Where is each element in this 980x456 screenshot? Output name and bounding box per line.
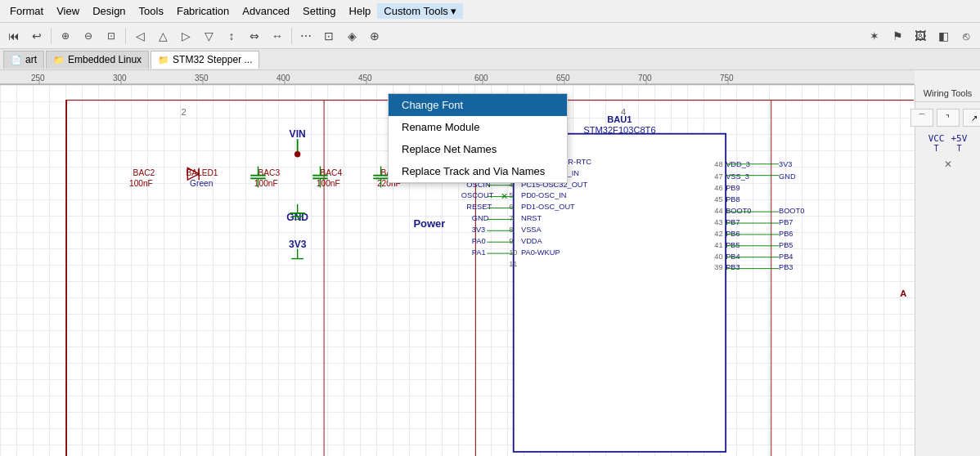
svg-text:BOOT0: BOOT0 <box>726 207 751 215</box>
menu-design[interactable]: Design <box>86 3 132 19</box>
toolbar-btn-star[interactable]: ✶ <box>864 25 885 47</box>
wiring-tool-1[interactable]: ⌒ <box>910 109 933 127</box>
ruler-horizontal: 250 300 350 400 450 600 650 700 750 <box>0 70 915 85</box>
svg-text:41: 41 <box>714 241 722 249</box>
menu-item-replace-track-via[interactable]: Replace Track and Via Names <box>389 160 567 182</box>
svg-text:47: 47 <box>714 172 722 181</box>
svg-text:VSSA: VSSA <box>521 226 542 234</box>
svg-text:PB8: PB8 <box>726 195 739 203</box>
svg-text:750: 750 <box>720 74 734 83</box>
svg-text:PB7: PB7 <box>779 218 793 226</box>
svg-text:40: 40 <box>714 253 722 261</box>
toolbar-btn-b4[interactable]: ▽ <box>198 25 219 47</box>
svg-text:BAC2: BAC2 <box>133 168 155 177</box>
menu-item-replace-net-names[interactable]: Replace Net Names <box>389 138 567 160</box>
toolbar-btn-b8[interactable]: ⋯ <box>295 25 317 47</box>
svg-text:BOOT0: BOOT0 <box>779 207 804 215</box>
svg-point-30 <box>294 151 300 157</box>
toolbar-right: ✶ ⚑ 🖼 ◧ ⎋ <box>864 25 977 47</box>
toolbar-btn-b5[interactable]: ↕ <box>221 25 242 47</box>
vcc-group: VCC T <box>928 133 945 153</box>
svg-text:A: A <box>900 288 906 298</box>
toolbar-btn-layers[interactable]: ◧ <box>933 25 954 47</box>
svg-text:6: 6 <box>509 203 513 211</box>
toolbar-btn-b7[interactable]: ↔ <box>267 25 288 47</box>
svg-text:PB7: PB7 <box>726 218 739 226</box>
custom-tools-menu: Change Font Rename Module Replace Net Na… <box>388 93 568 183</box>
toolbar-btn-b2[interactable]: △ <box>152 25 173 47</box>
svg-text:3V3: 3V3 <box>289 239 307 250</box>
menu-help[interactable]: Help <box>343 3 378 19</box>
wiring-tool-2[interactable]: ⌝ <box>937 109 960 127</box>
svg-text:PB3: PB3 <box>726 263 739 271</box>
svg-text:7: 7 <box>509 214 513 222</box>
vcc-5v-row: VCC T +5V T <box>928 133 968 153</box>
toolbar-btn-b10[interactable]: ◈ <box>341 25 362 47</box>
toolbar-btn-b11[interactable]: ⊕ <box>364 25 385 47</box>
toolbar-sep-3 <box>291 28 292 44</box>
svg-text:11: 11 <box>509 260 517 268</box>
svg-text:3V3: 3V3 <box>472 226 485 234</box>
toolbar-btn-flag[interactable]: ⚑ <box>887 25 908 47</box>
svg-text:OSCOUT: OSCOUT <box>461 191 494 199</box>
svg-text:2: 2 <box>182 107 187 117</box>
menu-item-change-font[interactable]: Change Font <box>389 94 567 116</box>
menubar: Format View Design Tools Fabrication Adv… <box>0 0 980 23</box>
svg-text:42: 42 <box>714 230 722 238</box>
svg-text:600: 600 <box>474 74 488 83</box>
svg-text:43: 43 <box>714 218 722 226</box>
menu-format[interactable]: Format <box>3 3 50 19</box>
menu-fabrication[interactable]: Fabrication <box>170 3 236 19</box>
menu-setting[interactable]: Setting <box>296 3 342 19</box>
menu-tools[interactable]: Tools <box>133 3 170 19</box>
svg-text:BAU1: BAU1 <box>607 114 632 124</box>
svg-text:8: 8 <box>509 226 513 234</box>
svg-text:PA0: PA0 <box>472 237 486 245</box>
tab-embedded-linux-label: Embedded Linux <box>68 54 142 65</box>
svg-text:PB6: PB6 <box>726 230 739 238</box>
svg-text:5: 5 <box>509 191 513 199</box>
svg-text:PB3: PB3 <box>779 263 793 271</box>
svg-text:9: 9 <box>509 237 513 245</box>
close-button[interactable]: ✕ <box>940 156 956 172</box>
svg-text:PD0-OSC_IN: PD0-OSC_IN <box>521 191 567 199</box>
tab-stm32-stepper[interactable]: 📁 STM32 Stepper ... <box>151 51 259 69</box>
svg-text:400: 400 <box>276 74 290 83</box>
toolbar-btn-zoomout[interactable]: ⊖ <box>78 25 99 47</box>
menu-custom-tools[interactable]: Custom Tools ▾ <box>377 3 463 19</box>
svg-text:VDDA: VDDA <box>521 237 543 245</box>
svg-text:STM32F103C8T6: STM32F103C8T6 <box>583 125 655 135</box>
toolbar-btn-fit[interactable]: ⊡ <box>101 25 122 47</box>
svg-text:Power: Power <box>413 217 445 230</box>
vcc-label: VCC <box>928 133 945 144</box>
5v-sub: T <box>951 144 968 153</box>
menu-item-rename-module[interactable]: Rename Module <box>389 116 567 138</box>
wiring-tools-row1: ⌒ ⌝ ↗ <box>910 109 981 127</box>
svg-text:45: 45 <box>714 195 722 203</box>
toolbar-btn-b6[interactable]: ⇔ <box>244 25 265 47</box>
tab-embedded-linux[interactable]: 📁 Embedded Linux <box>46 51 149 69</box>
toolbar-btn-zoomin[interactable]: ⊕ <box>55 25 76 47</box>
svg-text:VSS_3: VSS_3 <box>726 172 749 181</box>
toolbar-btn-undoall[interactable]: ⏮ <box>3 25 25 47</box>
toolbar-btn-b1[interactable]: ◁ <box>129 25 151 47</box>
toolbar-btn-undo[interactable]: ↩ <box>26 25 47 47</box>
app-window: Format View Design Tools Fabrication Adv… <box>0 0 980 456</box>
wiring-tool-3[interactable]: ↗ <box>963 109 981 127</box>
svg-text:700: 700 <box>638 74 652 83</box>
toolbar-btn-share[interactable]: ⎋ <box>955 25 977 47</box>
toolbar-btn-b9[interactable]: ⊡ <box>318 25 339 47</box>
right-panel-title: Wiring Tools <box>915 85 980 102</box>
toolbar-btn-b3[interactable]: ▷ <box>175 25 196 47</box>
tab-art-label: art <box>25 54 37 65</box>
svg-text:3V3: 3V3 <box>779 160 792 168</box>
tab-art-icon: 📄 <box>11 55 22 65</box>
menu-advanced[interactable]: Advanced <box>236 3 296 19</box>
right-panel: Wiring Tools ⌒ ⌝ ↗ VCC T +5V T <box>915 85 980 456</box>
vcc-sub: T <box>928 144 945 153</box>
tab-art[interactable]: 📄 art <box>3 51 44 69</box>
menu-view[interactable]: View <box>50 3 86 19</box>
toolbar-btn-image[interactable]: 🖼 <box>910 25 931 47</box>
content-area: 250 300 350 400 450 600 650 700 750 <box>0 70 980 456</box>
svg-text:450: 450 <box>358 74 372 83</box>
